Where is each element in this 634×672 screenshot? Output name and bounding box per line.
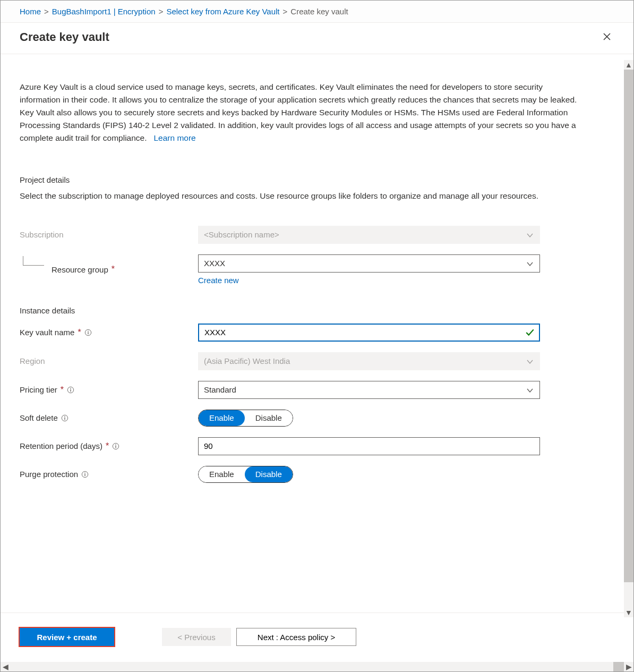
required-indicator: * — [106, 441, 109, 451]
previous-button: < Previous — [162, 628, 231, 646]
soft-delete-disable[interactable]: Disable — [245, 410, 293, 426]
chevron-down-icon — [527, 358, 534, 365]
breadcrumb-resource[interactable]: BugBashImport1 | Encryption — [52, 7, 156, 16]
subscription-select: <Subscription name> — [198, 226, 540, 244]
svg-rect-8 — [64, 418, 65, 420]
app-window: Home > BugBashImport1 | Encryption > Sel… — [0, 0, 634, 672]
pricing-tier-value: Standard — [204, 385, 236, 394]
horizontal-scrollbar[interactable]: ◀ ▶ — [1, 662, 633, 671]
required-indicator: * — [78, 328, 81, 337]
info-icon[interactable] — [81, 471, 89, 478]
purge-protection-enable[interactable]: Enable — [199, 466, 245, 482]
breadcrumb-select-key[interactable]: Select key from Azure Key Vault — [166, 7, 279, 16]
review-create-button[interactable]: Review + create — [20, 628, 114, 646]
page-title: Create key vault — [20, 30, 109, 44]
region-select: (Asia Pacific) West India — [198, 352, 540, 370]
learn-more-link[interactable]: Learn more — [153, 133, 195, 142]
retention-period-input[interactable] — [198, 437, 540, 455]
scroll-left-arrow-icon[interactable]: ◀ — [1, 662, 10, 671]
info-icon[interactable] — [67, 386, 74, 394]
svg-point-10 — [115, 444, 116, 445]
close-icon — [603, 32, 611, 41]
scroll-thumb[interactable] — [613, 662, 624, 671]
svg-rect-14 — [84, 474, 85, 476]
subscription-placeholder: <Subscription name> — [204, 230, 279, 239]
chevron-right-icon: > — [283, 7, 288, 16]
checkmark-icon — [525, 328, 535, 337]
soft-delete-enable[interactable]: Enable — [199, 410, 245, 426]
svg-point-13 — [84, 472, 85, 473]
info-icon[interactable] — [112, 443, 119, 450]
scroll-right-arrow-icon[interactable]: ▶ — [624, 662, 633, 671]
purge-protection-disable[interactable]: Disable — [245, 466, 293, 482]
chevron-down-icon — [527, 260, 534, 267]
resource-group-value: XXXX — [204, 259, 225, 268]
region-value: (Asia Pacific) West India — [204, 356, 290, 365]
pricing-tier-select[interactable]: Standard — [198, 381, 540, 399]
breadcrumb-current: Create key vault — [290, 7, 348, 16]
next-button[interactable]: Next : Access policy > — [236, 628, 356, 646]
key-vault-name-input[interactable] — [198, 324, 540, 342]
scroll-up-arrow-icon[interactable]: ▲ — [624, 60, 633, 70]
intro-text: Azure Key Vault is a cloud service used … — [20, 81, 582, 144]
key-vault-name-label: Key vault name * — [20, 328, 198, 337]
footer-actions: Review + create < Previous Next : Access… — [1, 613, 633, 661]
section-project-details-title: Project details — [20, 175, 614, 184]
purge-protection-toggle[interactable]: Enable Disable — [198, 466, 293, 483]
soft-delete-label: Soft delete — [20, 413, 198, 422]
scroll-thumb[interactable] — [624, 70, 633, 582]
svg-rect-2 — [88, 332, 88, 334]
blade-header: Create key vault — [1, 23, 633, 54]
close-button[interactable] — [603, 32, 612, 42]
required-indicator: * — [61, 385, 64, 395]
chevron-right-icon: > — [159, 7, 164, 16]
subscription-label: Subscription — [20, 230, 198, 239]
resource-group-select[interactable]: XXXX — [198, 254, 540, 273]
section-project-details-desc: Select the subscription to manage deploy… — [20, 190, 582, 202]
section-instance-details-title: Instance details — [20, 306, 614, 315]
svg-rect-11 — [116, 446, 116, 448]
svg-rect-5 — [70, 389, 71, 392]
info-icon[interactable] — [61, 414, 68, 422]
chevron-down-icon — [527, 231, 534, 239]
create-new-link[interactable]: Create new — [198, 276, 239, 285]
chevron-right-icon: > — [44, 7, 49, 16]
svg-point-4 — [70, 388, 71, 389]
purge-protection-label: Purge protection — [20, 470, 198, 479]
content-scroll-area: Azure Key Vault is a cloud service used … — [1, 54, 633, 622]
info-icon[interactable] — [84, 329, 92, 336]
region-label: Region — [20, 356, 198, 365]
vertical-scrollbar[interactable]: ▲ ▼ — [624, 60, 633, 617]
pricing-tier-label: Pricing tier * — [20, 385, 198, 395]
retention-period-label: Retention period (days) * — [20, 441, 198, 451]
scroll-down-arrow-icon[interactable]: ▼ — [624, 608, 633, 617]
svg-point-7 — [64, 416, 65, 417]
chevron-down-icon — [527, 386, 534, 394]
resource-group-label: Resource group * — [20, 265, 198, 274]
breadcrumb-home[interactable]: Home — [20, 7, 41, 16]
soft-delete-toggle[interactable]: Enable Disable — [198, 410, 293, 427]
svg-point-1 — [88, 330, 89, 331]
required-indicator: * — [112, 265, 115, 274]
breadcrumb: Home > BugBashImport1 | Encryption > Sel… — [1, 1, 633, 23]
